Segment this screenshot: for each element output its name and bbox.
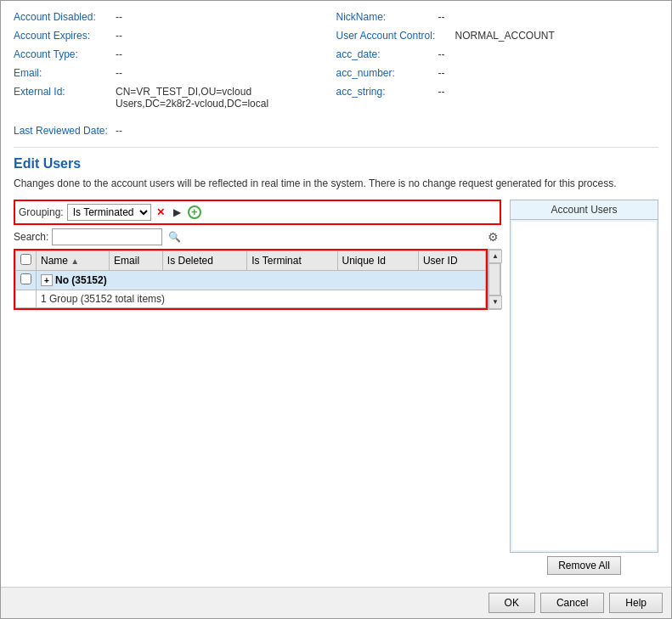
account-disabled-row: Account Disabled: -- [14,9,328,25]
right-fields: NickName: -- User Account Control: NORMA… [336,9,659,115]
account-users-panel: Account Users [510,200,658,553]
search-input[interactable] [52,228,162,245]
scroll-track [488,263,500,295]
account-disabled-value: -- [116,11,122,23]
right-panel: Account Users Remove All [510,200,658,578]
last-reviewed-value: -- [116,125,122,137]
fields-section: Account Disabled: -- Account Expires: --… [14,9,658,115]
main-dialog: Account Disabled: -- Account Expires: --… [0,0,672,619]
table-area: Name ▲ Email Is Deleted [14,249,501,310]
plus-circle-icon: + [188,205,201,219]
acc-string-value: -- [438,86,445,98]
left-panel: Grouping: Is Terminated None Is Deleted … [14,200,501,578]
grouping-select[interactable]: Is Terminated None Is Deleted [67,204,151,221]
search-row: Search: 🔍 ⚙ [14,228,501,245]
th-email-label: Email [114,255,139,267]
account-expires-value: -- [116,30,122,42]
last-reviewed-label: Last Reviewed Date: [14,125,116,137]
email-row: Email: -- [14,65,328,81]
grouping-row: Grouping: Is Terminated None Is Deleted … [14,200,501,225]
th-is-deleted-label: Is Deleted [167,255,213,267]
acc-number-value: -- [438,67,445,79]
th-name-label: Name [41,255,68,267]
th-name[interactable]: Name ▲ [37,250,110,270]
select-all-checkbox[interactable] [20,254,31,265]
user-account-control-value: NORMAL_ACCOUNT [455,30,555,42]
external-id-label: External Id: [14,86,116,98]
total-row-label: 1 Group (35152 total items) [37,290,486,307]
external-id-row: External Id: CN=VR_TEST_DI,OU=vcloud Use… [14,84,328,111]
apply-grouping-icon[interactable]: ▶ [170,205,185,220]
email-value: -- [116,67,122,79]
clear-grouping-icon[interactable]: ✕ [153,205,168,220]
total-row-empty [16,290,37,307]
nickname-label: NickName: [336,11,438,23]
acc-number-row: acc_number: -- [336,65,659,81]
ok-button[interactable]: OK [488,593,535,613]
edit-users-title: Edit Users [14,156,658,172]
th-is-terminated-label: Is Terminat [251,255,301,267]
th-unique-id-label: Unique Id [342,255,386,267]
acc-date-row: acc_date: -- [336,47,659,62]
last-reviewed-row: Last Reviewed Date: -- [14,123,658,138]
th-unique-id[interactable]: Unique Id [337,250,418,270]
scroll-up-arrow[interactable]: ▲ [488,250,502,263]
remove-all-button[interactable]: Remove All [547,556,621,575]
group-expand: + No (35152) [41,274,107,286]
external-id-value: CN=VR_TEST_DI,OU=vcloud Users,DC=2k8r2-v… [116,86,328,110]
cancel-button[interactable]: Cancel [540,593,604,613]
users-table: Name ▲ Email Is Deleted [15,250,486,308]
th-is-deleted[interactable]: Is Deleted [162,250,246,270]
help-button[interactable]: Help [609,593,663,613]
total-row: 1 Group (35152 total items) [16,290,486,307]
section-description: Changes done to the account users will b… [14,177,658,191]
account-disabled-label: Account Disabled: [14,11,116,23]
table-wrapper: Name ▲ Email Is Deleted [14,249,488,310]
grouping-label: Grouping: [19,206,64,218]
account-type-value: -- [116,48,122,60]
group-row: + No (35152) [16,270,486,290]
scroll-down-arrow[interactable]: ▼ [488,295,502,309]
th-email[interactable]: Email [110,250,163,270]
section-divider [14,147,658,148]
group-label-cell[interactable]: + No (35152) [37,270,486,290]
acc-number-label: acc_number: [336,67,438,79]
sort-asc-icon: ▲ [71,256,79,266]
group-checkbox-cell [16,270,37,290]
table-scrollbar: ▲ ▼ [488,249,501,310]
user-account-control-row: User Account Control: NORMAL_ACCOUNT [336,28,659,43]
settings-icon[interactable]: ⚙ [484,228,501,245]
account-type-label: Account Type: [14,48,116,60]
table-header-row: Name ▲ Email Is Deleted [16,250,486,270]
group-checkbox[interactable] [20,273,31,284]
account-users-body [512,222,656,550]
search-label: Search: [14,231,48,243]
dialog-footer: OK Cancel Help [1,587,671,618]
acc-date-value: -- [438,48,445,60]
th-checkbox[interactable] [16,250,37,270]
add-grouping-icon[interactable]: + [187,205,202,220]
th-user-id-label: User ID [423,255,458,267]
dialog-content: Account Disabled: -- Account Expires: --… [1,1,671,587]
nickname-value: -- [438,11,445,23]
acc-string-label: acc_string: [336,86,438,98]
account-expires-row: Account Expires: -- [14,28,328,43]
nickname-row: NickName: -- [336,9,659,25]
edit-users-area: Grouping: Is Terminated None Is Deleted … [14,200,658,578]
account-expires-label: Account Expires: [14,30,116,42]
acc-date-label: acc_date: [336,48,438,60]
email-label: Email: [14,67,116,79]
th-user-id[interactable]: User ID [418,250,485,270]
group-label: No (35152) [55,274,107,286]
search-icon[interactable]: 🔍 [166,228,183,245]
account-type-row: Account Type: -- [14,47,328,62]
user-account-control-label: User Account Control: [336,30,455,42]
expand-btn[interactable]: + [41,274,53,286]
search-left: Search: 🔍 [14,228,183,245]
th-is-terminated[interactable]: Is Terminat [247,250,337,270]
left-fields: Account Disabled: -- Account Expires: --… [14,9,336,115]
acc-string-row: acc_string: -- [336,84,659,99]
account-users-header: Account Users [511,200,658,220]
